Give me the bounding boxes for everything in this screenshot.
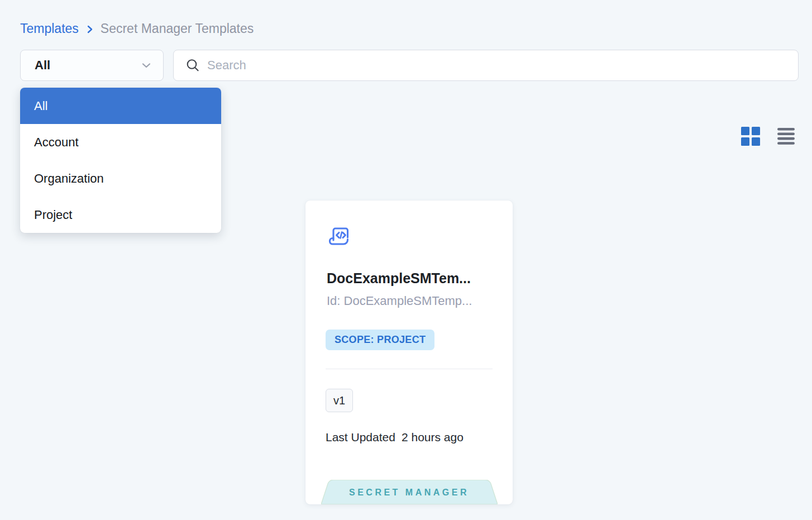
- last-updated-label: Last Updated: [326, 431, 395, 444]
- filter-option-all[interactable]: All: [20, 88, 221, 124]
- template-card[interactable]: DocExampleSMTem... Id: DocExampleSMTemp.…: [305, 201, 513, 504]
- last-updated-row: Last Updated 2 hours ago: [326, 431, 464, 444]
- last-updated-value: 2 hours ago: [402, 431, 464, 444]
- module-banner-label: SECRET MANAGER: [321, 480, 498, 504]
- module-banner: SECRET MANAGER: [321, 480, 498, 504]
- breadcrumb: Templates Secret Manager Templates: [20, 20, 254, 37]
- filter-option-account[interactable]: Account: [20, 124, 221, 160]
- scope-filter-selected-value: All: [35, 58, 141, 73]
- chevron-right-icon: [85, 25, 94, 34]
- scope-badge: SCOPE: PROJECT: [326, 330, 434, 350]
- view-toggle: [741, 127, 795, 146]
- breadcrumb-templates-link[interactable]: Templates: [20, 20, 79, 37]
- chevron-down-icon: [141, 60, 152, 71]
- search-box: [173, 50, 799, 81]
- template-title: DocExampleSMTem...: [327, 270, 496, 287]
- filter-option-project[interactable]: Project: [20, 197, 221, 233]
- search-icon: [185, 58, 200, 73]
- template-id: Id: DocExampleSMTemp...: [327, 294, 496, 308]
- card-divider: [326, 369, 493, 369]
- grid-view-icon[interactable]: [741, 127, 760, 146]
- filter-option-organization[interactable]: Organization: [20, 160, 221, 197]
- search-input[interactable]: [207, 50, 788, 80]
- breadcrumb-current-page: Secret Manager Templates: [101, 20, 254, 37]
- scope-filter-dropdown[interactable]: All: [20, 50, 164, 81]
- version-badge: v1: [326, 389, 353, 412]
- code-template-icon: [327, 223, 352, 251]
- scope-filter-menu: All Account Organization Project: [20, 88, 221, 233]
- list-view-icon[interactable]: [777, 127, 795, 145]
